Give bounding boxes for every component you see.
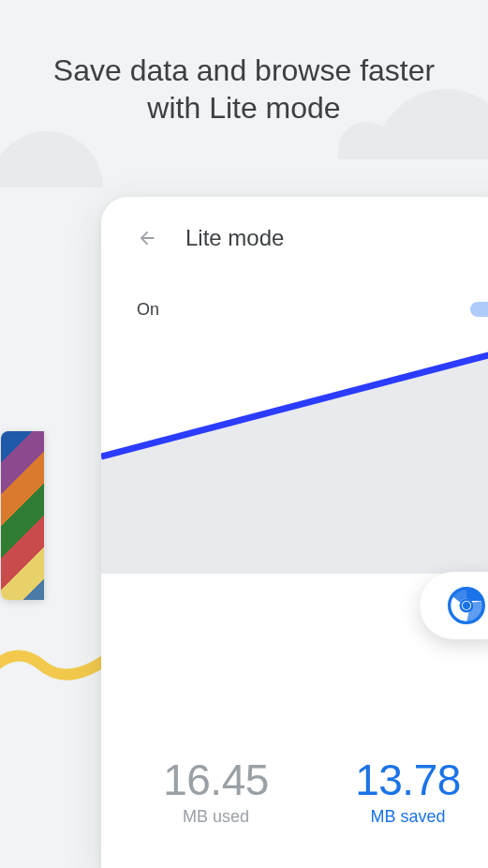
switch-track [470, 302, 488, 317]
svg-line-0 [101, 349, 488, 456]
stat-used: 16.45 MB used [163, 755, 269, 827]
app-bar: Lite mode [101, 197, 488, 270]
stat-saved-label: MB saved [355, 807, 461, 827]
lite-mode-panel: Lite mode On 16.45 MB used [101, 197, 488, 868]
lite-mode-toggle-row[interactable]: On [101, 270, 488, 349]
back-arrow-icon[interactable] [137, 228, 157, 248]
lite-mode-switch[interactable] [470, 296, 488, 322]
chrome-icon [448, 587, 485, 624]
data-savings-chart [101, 349, 488, 574]
stat-used-value: 16.45 [163, 755, 269, 805]
cloud-decoration [0, 131, 103, 187]
stat-saved: 13.78 MB saved [355, 755, 461, 827]
chrome-chip[interactable] [420, 572, 488, 639]
page-headline: Save data and browse faster with Lite mo… [0, 52, 488, 127]
chart-line [101, 349, 488, 574]
app-bar-title: Lite mode [185, 225, 284, 251]
stat-used-label: MB used [163, 807, 269, 827]
toggle-label: On [137, 300, 159, 320]
svg-point-5 [463, 602, 470, 609]
data-stats: 16.45 MB used 13.78 MB saved [101, 755, 488, 827]
article-thumbnail [1, 431, 44, 600]
stat-saved-value: 13.78 [355, 755, 461, 805]
